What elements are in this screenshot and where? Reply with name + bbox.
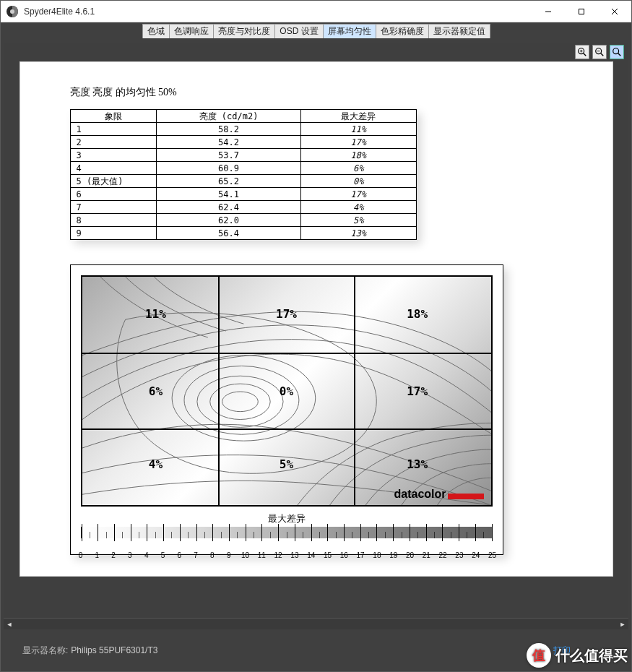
cell-diff: 17%: [300, 188, 416, 201]
scale-tick-label: 9: [227, 551, 231, 559]
scale-tick-label: 23: [455, 551, 463, 559]
cell-diff: 18%: [300, 149, 416, 162]
table-row: 460.96%: [70, 162, 416, 175]
scale-tick-label: 21: [423, 551, 430, 559]
report-viewport[interactable]: 亮度 亮度 的均匀性 50% 象限 亮度 (cd/m2) 最大差异 158.21…: [4, 61, 628, 618]
cell-diff: 5%: [300, 214, 416, 227]
cell-quadrant: 5 (最大值): [70, 175, 157, 188]
map-cell-9: 13%: [407, 457, 428, 471]
tab-6[interactable]: 显示器额定值: [428, 24, 490, 38]
scale-tick-label: 12: [274, 551, 282, 559]
scale-tick-label: 13: [290, 551, 298, 559]
scale-tick-label: 10: [241, 551, 249, 559]
svg-line-7: [584, 53, 586, 56]
scale-tick-label: 8: [210, 551, 215, 559]
table-row: 353.718%: [70, 149, 416, 162]
table-row: 654.117%: [70, 188, 416, 201]
zoom-toolbar: [4, 43, 628, 61]
map-cell-7: 4%: [149, 457, 163, 471]
cell-quadrant: 4: [70, 162, 157, 175]
zoom-in-button[interactable]: [575, 45, 589, 59]
cell-quadrant: 3: [70, 149, 157, 162]
table-row: 158.211%: [70, 123, 416, 136]
window-title: Spyder4Elite 4.6.1: [24, 7, 532, 17]
cell-quadrant: 2: [70, 136, 157, 149]
cell-diff: 11%: [300, 123, 416, 136]
scale-tick-label: 15: [324, 551, 332, 559]
cell-luminance: 54.2: [157, 136, 301, 149]
scale-tick-label: 17: [357, 551, 365, 559]
cell-quadrant: 8: [70, 214, 157, 227]
scale-tick-label: 6: [178, 551, 182, 559]
svg-line-11: [601, 53, 604, 56]
scale-tick-label: 3: [128, 551, 132, 559]
scale-tick-label: 24: [472, 551, 480, 559]
map-cell-2: 17%: [276, 306, 297, 320]
tab-1[interactable]: 色调响应: [169, 24, 214, 38]
cell-diff: 0%: [300, 175, 416, 188]
print-link[interactable]: 打印: [553, 645, 571, 657]
scale-tick-label: 19: [389, 551, 397, 559]
tab-2[interactable]: 亮度与对比度: [213, 24, 275, 38]
tab-3[interactable]: OSD 设置: [274, 24, 323, 38]
cell-luminance: 54.1: [157, 188, 301, 201]
cell-luminance: 56.4: [157, 227, 301, 240]
col-header-maxdiff: 最大差异: [300, 110, 416, 123]
cell-diff: 17%: [300, 136, 416, 149]
scale-tick-label: 14: [307, 551, 315, 559]
map-cell-4: 6%: [149, 384, 163, 398]
scale-tick-label: 16: [340, 551, 348, 559]
workspace: 亮度 亮度 的均匀性 50% 象限 亮度 (cd/m2) 最大差异 158.21…: [1, 40, 631, 671]
cell-luminance: 62.4: [157, 201, 301, 214]
cell-quadrant: 6: [70, 188, 157, 201]
monitor-name-label: 显示器名称:: [22, 645, 68, 657]
uniformity-map: 11%17%18%6%0%17%4%5%13% datacolor: [81, 275, 493, 507]
scale-tick-label: 5: [161, 551, 165, 559]
scale-tick-label: 2: [111, 551, 116, 559]
tab-bar: 色域色调响应亮度与对比度OSD 设置屏幕均匀性色彩精确度显示器额定值: [1, 22, 631, 40]
uniformity-map-card: 11%17%18%6%0%17%4%5%13% datacolor 最大差异 0…: [70, 264, 503, 555]
cell-diff: 4%: [300, 201, 416, 214]
tab-0[interactable]: 色域: [142, 24, 170, 38]
cell-luminance: 65.2: [157, 175, 301, 188]
svg-point-19: [172, 356, 316, 441]
cell-luminance: 53.7: [157, 149, 301, 162]
horizontal-scrollbar[interactable]: ◄ ►: [4, 618, 628, 629]
table-row: 956.413%: [70, 227, 416, 240]
scale-tick-label: 0: [79, 551, 83, 559]
table-row: 762.44%: [70, 201, 416, 214]
report-page: 亮度 亮度 的均匀性 50% 象限 亮度 (cd/m2) 最大差异 158.21…: [20, 61, 613, 577]
cell-diff: 6%: [300, 162, 416, 175]
map-cell-6: 17%: [407, 384, 428, 398]
zoom-out-button[interactable]: [592, 45, 607, 59]
map-cell-1: 11%: [145, 306, 166, 320]
scale-title: 最大差异: [81, 512, 493, 525]
map-cell-8: 5%: [280, 457, 293, 471]
report-title: 亮度 亮度 的均匀性 50%: [70, 86, 563, 99]
svg-rect-3: [579, 9, 584, 14]
zoom-fit-button[interactable]: [610, 45, 624, 59]
scale-tick-label: 4: [144, 551, 149, 559]
scroll-left-icon[interactable]: ◄: [4, 619, 15, 630]
monitor-name-value: Philips 55PUF6301/T3: [71, 645, 157, 655]
uniformity-table: 象限 亮度 (cd/m2) 最大差异 158.211%254.217%353.7…: [70, 109, 417, 240]
tab-4[interactable]: 屏幕均匀性: [323, 24, 376, 38]
scroll-right-icon[interactable]: ►: [617, 619, 628, 630]
color-scale: [81, 527, 493, 538]
cell-diff: 13%: [300, 227, 416, 240]
status-bar: 显示器名称: Philips 55PUF6301/T3 打印 关闭: [4, 629, 628, 671]
scale-tick-label: 7: [194, 551, 198, 559]
cell-quadrant: 9: [70, 227, 157, 240]
minimize-button[interactable]: [532, 1, 565, 22]
scale-tick-label: 25: [488, 551, 496, 559]
cell-quadrant: 7: [70, 201, 157, 214]
maximize-button[interactable]: [565, 1, 598, 22]
table-row: 5 (最大值)65.20%: [70, 175, 416, 188]
app-icon: [5, 4, 20, 19]
svg-point-13: [613, 48, 619, 54]
cell-luminance: 58.2: [157, 123, 301, 136]
tab-5[interactable]: 色彩精确度: [376, 24, 429, 38]
scale-tick-label: 18: [373, 551, 381, 559]
brand-logo: datacolor: [394, 488, 483, 501]
close-button[interactable]: [598, 1, 631, 22]
